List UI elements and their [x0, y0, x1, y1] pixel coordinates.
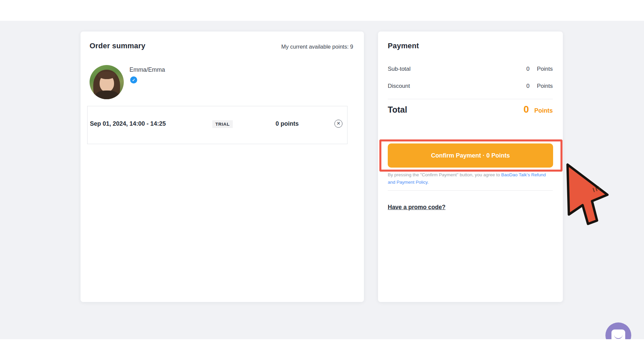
- tutor-name: Emma/Emma: [129, 66, 165, 73]
- booking-datetime: Sep 01, 2024, 14:00 - 14:25: [90, 120, 166, 127]
- available-points-note: My current available points: 9: [281, 44, 353, 50]
- order-summary-title: Order summary: [90, 42, 145, 50]
- avatar-body: [96, 90, 118, 99]
- payment-card: Payment Sub-total 0 Points Discount 0 Po…: [378, 32, 563, 302]
- remove-booking-icon[interactable]: ✕: [334, 120, 342, 128]
- total-value: 0: [524, 104, 529, 115]
- subtotal-unit: Points: [537, 66, 553, 72]
- agreement-divider: [388, 190, 553, 191]
- discount-label: Discount: [388, 83, 410, 89]
- subtotal-row: Sub-total 0 Points: [388, 65, 553, 73]
- total-unit: Points: [534, 107, 553, 114]
- agreement-text: By pressing the "Confirm Payment" button…: [388, 171, 553, 186]
- trial-badge: TRIAL: [212, 120, 233, 128]
- discount-unit: Points: [537, 83, 553, 89]
- order-summary-card: Order summary My current available point…: [80, 32, 364, 302]
- agreement-text-plain: By pressing the "Confirm Payment" button…: [388, 172, 501, 177]
- discount-row: Discount 0 Points: [388, 82, 553, 90]
- booking-price: 0 points: [265, 120, 309, 127]
- payment-title: Payment: [388, 42, 419, 50]
- tutor-avatar: [90, 65, 124, 99]
- subtotal-label: Sub-total: [388, 66, 411, 72]
- avatar-bangs: [98, 72, 115, 79]
- bottom-white-strip: [0, 339, 644, 362]
- chat-smile-icon: [614, 334, 623, 339]
- subtotal-value: 0: [526, 66, 529, 72]
- verified-badge-icon: ✓: [130, 76, 137, 83]
- total-label: Total: [388, 105, 407, 115]
- annotation-highlight-rect: [379, 139, 562, 172]
- payment-divider: [388, 99, 553, 99]
- booking-row: Sep 01, 2024, 14:00 - 14:25 TRIAL 0 poin…: [87, 106, 347, 144]
- annotation-cursor-arrow: [559, 160, 613, 229]
- total-row: Total 0 Points: [388, 104, 553, 115]
- promo-code-link[interactable]: Have a promo code?: [388, 204, 445, 211]
- discount-value: 0: [526, 83, 529, 89]
